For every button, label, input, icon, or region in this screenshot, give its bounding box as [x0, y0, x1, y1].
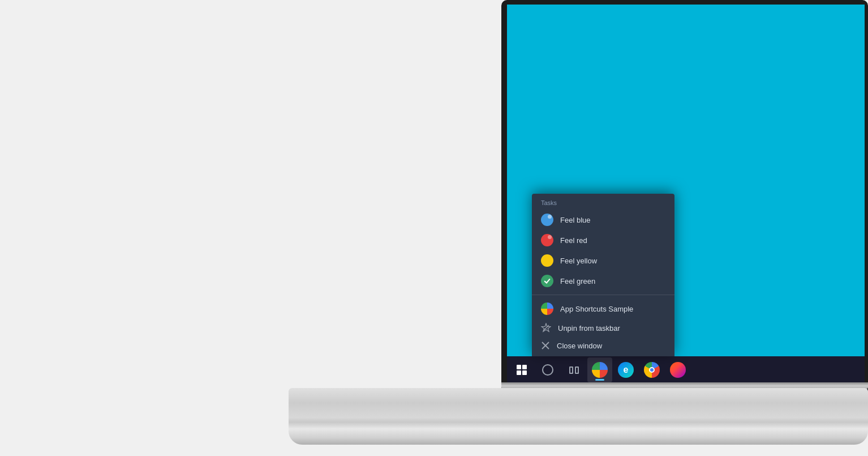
unpin-icon	[541, 323, 551, 333]
close-icon	[541, 341, 550, 350]
app-shortcuts-taskbar-icon[interactable]	[587, 357, 612, 382]
feel-blue-icon	[541, 214, 553, 226]
start-button[interactable]	[509, 357, 534, 382]
close-window-item[interactable]: Close window	[532, 337, 674, 354]
context-menu: Tasks Feel blue Feel red Feel yellow Fee…	[532, 194, 674, 356]
tasks-section-label: Tasks	[532, 199, 674, 210]
feel-yellow-icon	[541, 254, 553, 267]
task-view-icon	[569, 366, 579, 374]
menu-separator	[532, 295, 674, 295]
app-name-row: App Shortcuts Sample	[532, 299, 674, 319]
edge-taskbar-icon[interactable]: e	[613, 357, 638, 382]
feel-yellow-item[interactable]: Feel yellow	[532, 250, 674, 271]
chrome-taskbar-icon[interactable]	[639, 357, 664, 382]
laptop-base-body	[289, 388, 868, 425]
laptop-foot-bar	[289, 422, 868, 445]
cortana-button[interactable]	[535, 357, 560, 382]
feel-blue-item[interactable]: Feel blue	[532, 210, 674, 230]
taskbar: e	[507, 356, 865, 383]
app-name-icon	[541, 302, 553, 315]
feel-green-item[interactable]: Feel green	[532, 271, 674, 291]
task-view-button[interactable]	[561, 357, 586, 382]
feel-green-icon	[541, 275, 553, 287]
laptop-screen: e Tasks Feel blue Feel red	[507, 5, 865, 383]
feel-red-icon	[541, 234, 553, 246]
unpin-item[interactable]: Unpin from taskbar	[532, 319, 674, 337]
edge-icon: e	[618, 362, 634, 378]
firefox-icon	[670, 362, 686, 378]
firefox-taskbar-icon[interactable]	[665, 357, 690, 382]
app-shortcuts-icon	[592, 362, 608, 378]
chrome-icon	[644, 362, 660, 378]
feel-red-item[interactable]: Feel red	[532, 230, 674, 250]
cortana-icon	[542, 364, 553, 376]
windows-logo-icon	[517, 365, 527, 375]
